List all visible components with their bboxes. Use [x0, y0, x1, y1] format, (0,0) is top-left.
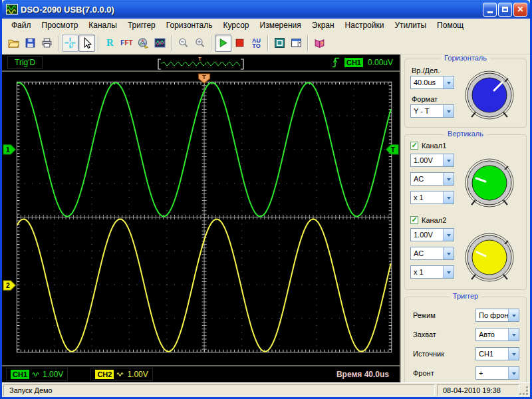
ch1-coupling-select[interactable]: AC: [410, 172, 454, 186]
dropdown-arrow-icon: [508, 348, 519, 360]
channel2-label: Канал2: [422, 216, 446, 224]
save-button[interactable]: [22, 35, 39, 52]
horizontal-group: Горизонталь Вр./Дел. 40.0us Формат Y - T: [404, 59, 527, 128]
ch2-volt-select[interactable]: 1.00V: [410, 228, 454, 241]
resize-grip[interactable]: [519, 383, 530, 397]
preview-right-bracket: [241, 59, 243, 69]
trigger-group-title: Триггер: [450, 292, 481, 300]
menu-channels[interactable]: Каналы: [83, 19, 122, 31]
trigger-source-select[interactable]: CH1: [475, 347, 519, 360]
zoom-out-button[interactable]: [175, 35, 192, 52]
ch1-volt-select[interactable]: 1.00V: [410, 154, 454, 167]
format-select[interactable]: Y - T: [410, 104, 454, 118]
fullscreen-icon: [274, 37, 285, 49]
svg-text:T: T: [391, 146, 396, 154]
dropdown-arrow-icon: [443, 76, 454, 88]
vertical-group-title: Вертикаль: [444, 130, 487, 138]
trigger-mode-select[interactable]: По фрон: [475, 309, 519, 322]
menu-file[interactable]: Файл: [6, 19, 37, 31]
stop-button[interactable]: [231, 35, 248, 52]
control-panel: Горизонталь Вр./Дел. 40.0us Формат Y - T: [401, 55, 530, 382]
toolbar: R FFT: [2, 32, 530, 55]
dropdown-arrow-icon: [443, 192, 454, 203]
menu-help[interactable]: Помощ: [432, 19, 469, 31]
play-icon: [217, 37, 229, 49]
menu-measure[interactable]: Измерения: [255, 19, 307, 31]
trigger-slope-select[interactable]: +: [475, 366, 519, 380]
ch1-probe-select[interactable]: x 1: [410, 191, 454, 204]
ch1-badge: CH1: [11, 370, 29, 379]
close-button[interactable]: ✕: [513, 3, 527, 17]
menu-trigger[interactable]: Триггер: [122, 19, 161, 31]
autoset-button[interactable]: AUTO: [248, 35, 265, 52]
open-folder-icon: [8, 37, 19, 49]
app-window: DSO-2090 USB(7.0.0.0) ✕ Файл Просмотр Ка…: [0, 0, 532, 399]
channel1-checkbox[interactable]: [410, 142, 418, 150]
fullscreen-button[interactable]: [271, 35, 288, 52]
cursor-arrow-button[interactable]: [78, 35, 95, 52]
info-strip: Trig'D T CH1 0.00uV: [2, 55, 400, 72]
waveform-button[interactable]: [152, 35, 168, 52]
toolbar-separator: [307, 35, 309, 51]
open-button[interactable]: [5, 35, 22, 52]
fft-button[interactable]: FFT: [118, 35, 135, 52]
toolbar-separator: [171, 35, 172, 51]
svg-text:?: ?: [321, 41, 324, 47]
svg-text:T: T: [202, 74, 206, 80]
fft-icon: FFT: [120, 39, 132, 47]
status-datetime: 08-04-2010 19:38: [437, 384, 519, 396]
panel-layout-button[interactable]: [288, 35, 305, 52]
menu-utilities[interactable]: Утилиты: [389, 19, 432, 31]
print-button[interactable]: [39, 35, 55, 52]
trigger-sweep-select[interactable]: Авто: [475, 328, 519, 341]
dropdown-arrow-icon: [443, 266, 454, 278]
maximize-button[interactable]: [498, 3, 512, 17]
toolbar-separator: [58, 35, 59, 51]
panel-layout-icon: [291, 37, 302, 49]
menu-settings[interactable]: Настройки: [340, 19, 390, 31]
trigger-sweep-label: Захват: [413, 331, 436, 338]
start-button[interactable]: [215, 35, 231, 52]
record-button[interactable]: [135, 35, 152, 52]
trigger-source-label: Источник: [413, 350, 444, 358]
auto-icon: AUTO: [251, 38, 262, 49]
cursor-cross-button[interactable]: [62, 35, 78, 52]
zoom-in-button[interactable]: [192, 35, 208, 52]
crosshair-cursor-icon: [65, 37, 76, 49]
ch2-coupling-select[interactable]: AC: [410, 247, 454, 260]
dropdown-arrow-icon: [443, 154, 454, 166]
ch2-probe-select[interactable]: x 1: [410, 265, 454, 279]
film-reel-icon: [138, 37, 149, 49]
menu-horizontal[interactable]: Горизонталь: [161, 19, 218, 31]
svg-text:2: 2: [6, 282, 10, 289]
channel2-checkbox[interactable]: [410, 216, 418, 224]
horizontal-group-title: Горизонталь: [441, 55, 490, 62]
trigger-status: Trig'D: [7, 56, 43, 69]
record-preview[interactable]: T: [156, 55, 245, 71]
ch2-readout: CH2 1.00V: [90, 368, 152, 381]
trigger-channel-badge: CH1: [344, 58, 363, 67]
ac-coupling-icon: [116, 370, 124, 378]
horizontal-knob[interactable]: [464, 68, 515, 124]
menu-display[interactable]: Экран: [307, 19, 340, 31]
ch2-knob[interactable]: [464, 231, 515, 287]
menu-cursor[interactable]: Курсор: [218, 19, 255, 31]
print-icon: [41, 37, 53, 49]
ch1-knob[interactable]: [464, 156, 515, 212]
menu-view[interactable]: Просмотр: [37, 19, 84, 31]
help-button[interactable]: ?: [311, 35, 328, 52]
arrow-cursor-icon: [81, 37, 92, 49]
title-bar[interactable]: DSO-2090 USB(7.0.0.0) ✕: [2, 0, 530, 19]
dropdown-arrow-icon: [508, 329, 519, 340]
stop-icon: [234, 37, 245, 49]
minimize-button[interactable]: [483, 3, 497, 17]
refresh-button[interactable]: R: [102, 35, 118, 52]
time-div-select[interactable]: 40.0us: [410, 76, 454, 89]
ac-coupling-icon: [32, 370, 40, 378]
dropdown-arrow-icon: [508, 309, 519, 321]
oscilloscope-display[interactable]: T 1 2 T: [2, 72, 400, 365]
dropdown-arrow-icon: [443, 173, 454, 185]
dropdown-arrow-icon: [443, 247, 454, 259]
waveform-icon: [154, 37, 166, 49]
app-logo-icon: [6, 3, 18, 15]
